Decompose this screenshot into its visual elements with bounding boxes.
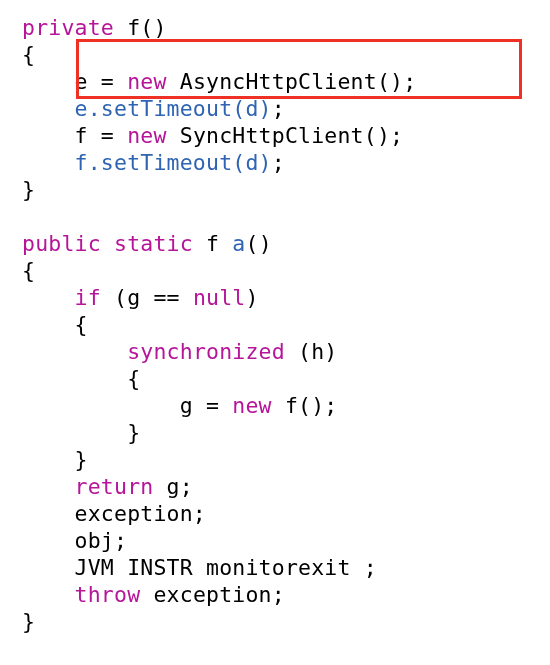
method-call: f.setTimeout(d) [75,150,272,175]
code-line: } [22,177,35,202]
keyword-synchronized: synchronized [127,339,285,364]
code-line: f.setTimeout(d); [22,150,285,175]
code-line: JVM INSTR monitorexit ; [22,555,377,580]
keyword-new: new [127,69,166,94]
code-line: public static f a() [22,231,272,256]
code-line: } [22,609,35,634]
keyword-public: public [22,231,101,256]
method-name: a [232,231,245,256]
code-line: } [22,447,88,472]
keyword-if: if [75,285,101,310]
code-line: if (g == null) [22,285,259,310]
code-line: throw exception; [22,582,285,607]
code-snippet-container: private f() { e = new AsyncHttpClient();… [22,14,540,635]
code-line: return g; [22,474,193,499]
code-line: { [22,258,35,283]
code-line: { [22,366,140,391]
code-line: { [22,312,88,337]
keyword-static: static [114,231,193,256]
code-line: e = new AsyncHttpClient(); [22,69,416,94]
code-line: f = new SyncHttpClient(); [22,123,403,148]
keyword-new: new [232,393,271,418]
code-line: } [22,420,140,445]
code-line: private f() [22,15,167,40]
method-call: e.setTimeout(d) [75,96,272,121]
code-line [22,204,35,229]
keyword-private: private [22,15,114,40]
code-line: exception; [22,501,206,526]
code-line: { [22,42,35,67]
code-block: private f() { e = new AsyncHttpClient();… [22,14,540,635]
code-line: e.setTimeout(d); [22,96,285,121]
code-line: g = new f(); [22,393,337,418]
code-line: obj; [22,528,127,553]
keyword-null: null [193,285,246,310]
code-line: synchronized (h) [22,339,337,364]
keyword-return: return [75,474,154,499]
keyword-new: new [127,123,166,148]
keyword-throw: throw [75,582,141,607]
